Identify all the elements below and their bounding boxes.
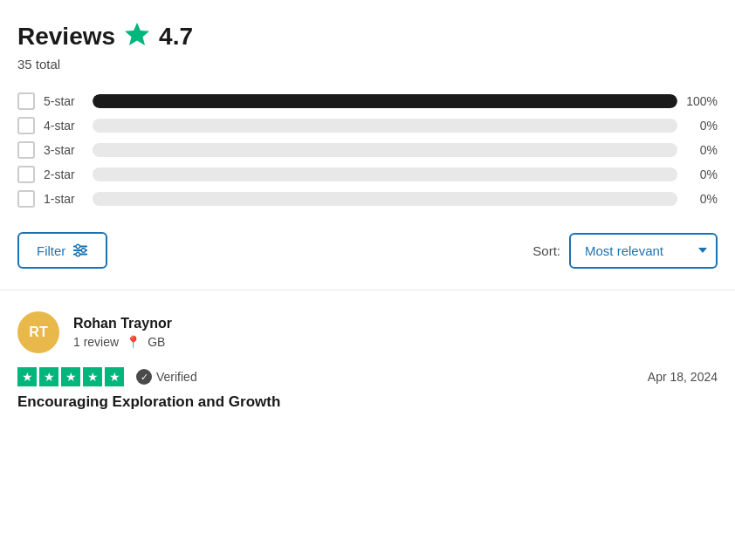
trustpilot-star-icon: [124, 21, 150, 51]
rating-bars: 5-star 100% 4-star 0% 3-star 0%: [17, 92, 718, 208]
filter-icon: [72, 242, 88, 258]
rating-row-1[interactable]: 1-star 0%: [17, 190, 718, 208]
rating-label-4: 4-star: [44, 119, 84, 133]
rating-label-3: 3-star: [44, 143, 84, 157]
review-date: Apr 18, 2024: [648, 370, 718, 384]
rating-pct-4: 0%: [686, 119, 718, 133]
bar-track-5: [93, 94, 677, 108]
rating-checkbox-2[interactable]: [17, 166, 35, 183]
rating-pct-3: 0%: [686, 143, 718, 157]
review-star-5: ★: [105, 367, 124, 386]
review-star-1: ★: [17, 367, 37, 386]
verified-text: Verified: [156, 370, 197, 384]
verified-badge: ✓ Verified: [136, 369, 197, 385]
review-star-4: ★: [83, 367, 102, 386]
sort-row: Sort: Most relevant Most recent Highest …: [532, 233, 718, 269]
filter-button[interactable]: Filter: [17, 232, 107, 269]
bar-track-2: [93, 167, 677, 181]
review-card-section: RT Rohan Traynor 1 review 📍 GB ★ ★ ★ ★ ★…: [0, 290, 735, 425]
review-star-2: ★: [39, 367, 58, 386]
rating-label-1: 1-star: [44, 192, 84, 206]
bar-track-4: [93, 119, 677, 133]
svg-point-5: [82, 249, 86, 253]
reviewer-name: Rohan Traynor: [73, 316, 172, 331]
reviewer-details: 1 review 📍 GB: [73, 335, 172, 349]
bar-track-3: [93, 143, 677, 157]
rating-row-3[interactable]: 3-star 0%: [17, 141, 718, 159]
stars-verified-row: ★ ★ ★ ★ ★ ✓ Verified: [17, 367, 197, 386]
reviewer-location: GB: [148, 335, 165, 349]
rating-row-2[interactable]: 2-star 0%: [17, 166, 718, 183]
rating-row-4[interactable]: 4-star 0%: [17, 117, 718, 134]
rating-label-5: 5-star: [44, 94, 84, 108]
review-star-3: ★: [61, 367, 80, 386]
rating-pct-2: 0%: [686, 167, 718, 181]
review-stars-row: ★ ★ ★ ★ ★ ✓ Verified Apr 18, 2024: [17, 367, 718, 386]
svg-point-6: [76, 252, 80, 256]
rating-label-2: 2-star: [44, 167, 84, 181]
rating-checkbox-3[interactable]: [17, 141, 35, 159]
rating-checkbox-4[interactable]: [17, 117, 35, 134]
location-icon: 📍: [126, 335, 141, 349]
reviews-header: Reviews 4.7: [17, 21, 718, 51]
filter-label: Filter: [37, 243, 65, 258]
rating-row-5[interactable]: 5-star 100%: [17, 92, 718, 110]
rating-pct-5: 100%: [686, 94, 718, 108]
reviews-title: Reviews: [17, 23, 115, 51]
bar-fill-5: [93, 94, 677, 108]
reviews-total: 35 total: [17, 57, 718, 72]
sort-select-wrapper[interactable]: Most relevant Most recent Highest rated …: [569, 233, 718, 269]
review-count: 1 review: [73, 335, 119, 349]
reviewer-meta: Rohan Traynor 1 review 📍 GB: [73, 316, 172, 349]
filter-sort-row: Filter Sort: Most relevant Most recent H…: [17, 232, 718, 269]
reviewer-info: RT Rohan Traynor 1 review 📍 GB: [17, 311, 718, 353]
svg-marker-0: [125, 23, 149, 45]
reviews-rating: 4.7: [159, 23, 193, 51]
rating-checkbox-5[interactable]: [17, 92, 35, 110]
sort-label: Sort:: [532, 243, 560, 258]
svg-point-4: [76, 244, 80, 249]
rating-checkbox-1[interactable]: [17, 190, 35, 208]
avatar: RT: [17, 311, 59, 353]
verified-check-icon: ✓: [136, 369, 152, 385]
review-title: Encouraging Exploration and Growth: [17, 393, 718, 411]
reviews-section: Reviews 4.7 35 total 5-star 100% 4-star …: [0, 0, 735, 290]
rating-pct-1: 0%: [686, 192, 718, 206]
review-stars: ★ ★ ★ ★ ★: [17, 367, 124, 386]
bar-track-1: [93, 192, 677, 206]
sort-select[interactable]: Most relevant Most recent Highest rated …: [569, 233, 718, 269]
